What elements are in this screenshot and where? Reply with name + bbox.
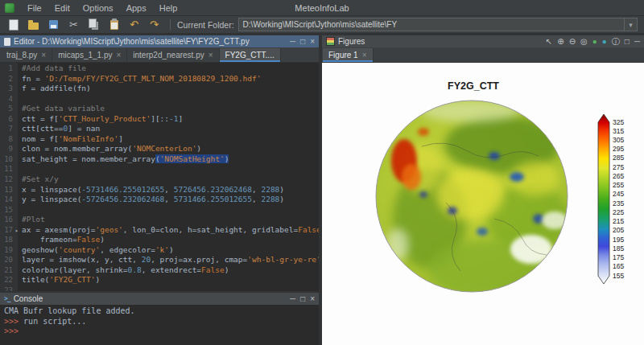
code-line[interactable]: 10sat_height = nom.member_array('NOMSatH… (0, 154, 319, 165)
code-line[interactable]: 8nom = f['NomFileInfo'] (0, 134, 319, 145)
figures-panel: Figures ↖⊕⊖◎●●ⓘ□─ Figure 1 × FY2G_CTT (322, 35, 644, 345)
figure-tab[interactable]: Figure 1 × (323, 48, 374, 62)
code-line[interactable]: 20layer = imshow(x, y, ctt, 20, proj=ax.… (0, 255, 319, 265)
current-folder-combobox[interactable]: D:\Working\MIScript\Jython\mis\satellite… (238, 18, 638, 31)
code-line[interactable]: 14y = linspace(-5726456.232062468, 57314… (0, 195, 319, 205)
colorbar-tick-label: 325 (613, 119, 624, 126)
editor-tab-3[interactable]: FY2G_CTT.... (220, 48, 281, 62)
editor-tab-2[interactable]: interp2d_nearest.py× (127, 48, 219, 62)
copy-icon[interactable] (87, 18, 101, 31)
code-line[interactable]: 9clon = nom.member_array('NOMCenterLon') (0, 144, 319, 154)
code-line[interactable]: 4 (0, 94, 319, 105)
code-editor[interactable]: 1#Add data file2fn = 'D:/Temp/FY/FY2G_CT… (0, 63, 319, 291)
close-tab-icon[interactable]: × (362, 51, 367, 60)
code-line[interactable]: 5#Get data variable (0, 104, 319, 114)
gutter-line-number: 14 (0, 195, 18, 205)
zoom-in-icon[interactable]: ⊕ (557, 38, 564, 46)
gutter-line-number: 11 (0, 164, 18, 175)
code-line[interactable]: 1#Add data file (0, 64, 319, 74)
satellite-globe-image (374, 98, 570, 294)
cut-icon[interactable]: ✂ (67, 18, 80, 31)
close-tab-icon[interactable]: × (41, 51, 46, 60)
undo-icon[interactable]: ↶ (127, 18, 141, 31)
full-extent-icon[interactable]: ◎ (580, 38, 588, 46)
gutter-line-number: 21 (0, 265, 18, 276)
minimize-icon[interactable]: ─ (290, 38, 295, 46)
menu-options[interactable]: Options (76, 2, 120, 14)
float-icon[interactable]: □ (300, 295, 305, 303)
close-icon[interactable]: × (310, 295, 315, 303)
minimize-icon[interactable]: ─ (290, 295, 295, 303)
editor-panel: Editor - D:\Working\MIScript\Jython\mis\… (0, 35, 319, 291)
code-line[interactable]: 17▸ax = axesm(proj='geos', lon_0=clon, h… (0, 225, 319, 236)
figures-tabbar: Figure 1 × (322, 47, 644, 63)
colorbar-tick-label: 195 (613, 236, 624, 244)
gutter-line-number: 22 (0, 275, 18, 285)
editor-tab-0[interactable]: traj_8.py× (1, 48, 52, 62)
close-tab-icon[interactable]: × (116, 51, 121, 60)
identify-icon[interactable]: ● (592, 38, 597, 46)
gutter-line-number: 4 (0, 94, 18, 105)
editor-panel-header[interactable]: Editor - D:\Working\MIScript\Jython\mis\… (0, 35, 319, 47)
console-panel: >_ Console ─□× CMA Bufr lookup file adde… (0, 291, 319, 345)
console-panel-header[interactable]: >_ Console ─□× (0, 293, 319, 305)
figure-canvas[interactable]: FY2G_CTT (322, 63, 644, 345)
save-icon[interactable] (47, 18, 60, 31)
zoom-out-icon[interactable]: ⊖ (569, 38, 576, 46)
gutter-line-number: 18 (0, 235, 18, 245)
code-line[interactable]: 18 frameon=False) (0, 235, 319, 245)
open-file-icon[interactable] (27, 18, 40, 31)
minimize-icon[interactable]: ─ (634, 38, 640, 46)
code-line[interactable]: 3f = addfile(fn) (0, 84, 319, 94)
gutter-line-number: 2 (0, 74, 18, 84)
gutter-line-number: 23 (0, 285, 18, 291)
menu-help[interactable]: Help (153, 2, 184, 14)
code-line[interactable]: 23 (0, 285, 319, 291)
gutter-line-number: 19 (0, 245, 18, 256)
console-output[interactable]: CMA Bufr lookup file added.>>> run scrip… (0, 305, 319, 345)
editor-tab-1[interactable]: micaps_1_1.py× (52, 48, 127, 62)
float-icon[interactable]: □ (300, 38, 305, 46)
float-icon[interactable]: □ (625, 38, 630, 46)
figures-panel-header[interactable]: Figures ↖⊕⊖◎●●ⓘ□─ (322, 35, 644, 47)
toolbar-separator (170, 19, 171, 31)
console-line: CMA Bufr lookup file added. (4, 306, 319, 317)
code-line[interactable]: 7ctt[ctt==0] = nan (0, 124, 319, 134)
menu-bar: FileEditOptionsAppsHelp MeteoInfoLab (0, 0, 644, 16)
code-line[interactable]: 11 (0, 164, 319, 175)
paste-icon[interactable] (107, 18, 121, 31)
figure-title: FY2G_CTT (322, 80, 625, 92)
current-folder-label: Current Folder: (177, 20, 234, 30)
colorbar-tick-label: 275 (613, 164, 624, 171)
code-line[interactable]: 12#Set x/y (0, 175, 319, 185)
code-line[interactable]: 15 (0, 205, 319, 216)
combo-dropdown-icon[interactable]: ▾ (624, 18, 637, 31)
select-arrow-icon[interactable]: ↖ (546, 38, 552, 46)
console-icon: >_ (4, 295, 10, 302)
colorbar-tick-label: 295 (613, 146, 624, 153)
code-line[interactable]: 6ctt = f['CTT_Hourly_Product'][::-1] (0, 114, 319, 125)
editor-title: Editor - D:\Working\MIScript\Jython\mis\… (14, 37, 285, 46)
new-script-icon[interactable] (6, 18, 20, 31)
code-line[interactable]: 21colorbar(layer, shrink=0.8, extendrect… (0, 265, 319, 276)
rotate-icon[interactable]: ● (602, 38, 607, 46)
menu-file[interactable]: File (21, 2, 48, 14)
redo-icon[interactable]: ↷ (147, 18, 161, 31)
code-line[interactable]: 13x = linspace(-5731466.255012655, 57264… (0, 185, 319, 195)
menu-edit[interactable]: Edit (48, 2, 76, 14)
figures-title: Figures (338, 37, 541, 46)
info-icon[interactable]: ⓘ (612, 38, 620, 46)
menu-apps[interactable]: Apps (120, 2, 153, 14)
editor-tab-label: traj_8.py (6, 51, 37, 60)
close-icon[interactable]: × (310, 38, 315, 46)
close-tab-icon[interactable]: × (208, 51, 213, 60)
code-line[interactable]: 16#Plot (0, 215, 319, 225)
gutter-line-number: 9 (0, 144, 18, 154)
console-prompt: >>> (4, 317, 23, 326)
main-area: Editor - D:\Working\MIScript\Jython\mis\… (0, 34, 644, 345)
code-line[interactable]: 22title('FY2G_CTT') (0, 275, 319, 285)
code-line[interactable]: 2fn = 'D:/Temp/FY/FY2G_CTT_MLT_NOM_20180… (0, 74, 319, 84)
app-logo-icon (5, 3, 14, 13)
gutter-line-number: 15 (0, 205, 18, 216)
code-line[interactable]: 19geoshow('country', edgecolor='k') (0, 245, 319, 256)
